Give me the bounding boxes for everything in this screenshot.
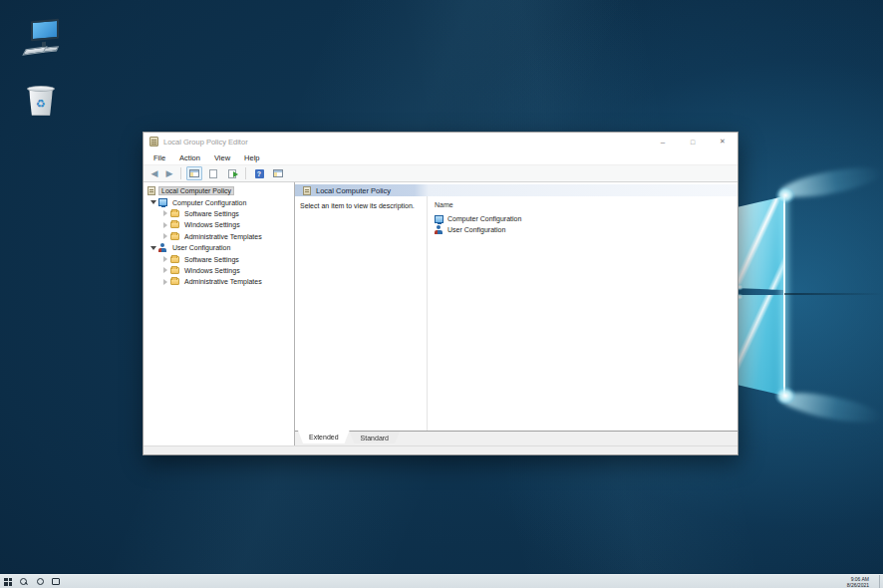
menu-help[interactable]: Help — [237, 153, 266, 162]
properties-icon — [209, 169, 217, 178]
taskbar-clock[interactable]: 9:06 AM 8/26/2021 — [847, 576, 869, 588]
tree-item-user-configuration[interactable]: User Configuration — [144, 242, 294, 253]
list-item-label: Computer Configuration — [447, 215, 521, 222]
tab-standard[interactable]: Standard — [350, 432, 400, 443]
tree-item-label: Windows Settings — [182, 267, 242, 274]
tree-item-local-computer-policy[interactable]: Local Computer Policy — [144, 185, 294, 196]
description-pane: Select an item to view its description. — [295, 196, 427, 431]
chevron-collapsed-icon[interactable] — [160, 222, 170, 228]
glow-corner-top — [771, 183, 799, 207]
chevron-collapsed-icon[interactable] — [160, 279, 170, 285]
taskbar: 9:06 AM 8/26/2021 — [0, 574, 883, 588]
show-console-tree-button[interactable] — [186, 166, 202, 180]
tree-item-admin-templates-user[interactable]: Administrative Templates — [144, 276, 294, 287]
tree-item-software-settings-user[interactable]: Software Settings — [144, 253, 294, 264]
this-pc-screen — [31, 19, 59, 41]
chevron-collapsed-icon[interactable] — [160, 267, 170, 273]
results-header-band: Local Computer Policy — [295, 184, 737, 196]
gpedit-app-icon — [149, 137, 158, 147]
policy-icon — [303, 186, 311, 195]
window-title: Local Group Policy Editor — [163, 138, 248, 147]
forward-icon[interactable] — [163, 168, 175, 178]
folder-icon — [170, 278, 179, 285]
tree-item-label: Computer Configuration — [170, 199, 248, 206]
chevron-collapsed-icon[interactable] — [160, 233, 170, 239]
start-button[interactable] — [0, 575, 16, 588]
results-pane-wrapper: Local Computer Policy Select an item to … — [295, 182, 737, 445]
properties-button[interactable] — [205, 166, 221, 180]
cortana-button[interactable] — [32, 575, 48, 588]
windows-logo-glow — [733, 189, 790, 403]
menu-action[interactable]: Action — [172, 153, 207, 162]
search-icon — [20, 578, 28, 586]
list-item-user-configuration[interactable]: User Configuration — [435, 224, 737, 235]
maximize-icon[interactable] — [678, 133, 708, 150]
console-tree-pane: Local Computer Policy Computer Configura… — [144, 182, 295, 445]
console-window-button[interactable] — [270, 166, 286, 180]
tab-extended[interactable]: Extended — [298, 431, 350, 443]
recycle-bin-icon[interactable] — [26, 84, 58, 118]
chevron-collapsed-icon[interactable] — [160, 210, 170, 216]
list-item-label: User Configuration — [447, 226, 505, 233]
status-bar — [144, 445, 737, 454]
folder-icon — [170, 210, 179, 217]
menu-bar: File Action View Help — [144, 150, 737, 164]
window-body: Local Computer Policy Computer Configura… — [144, 182, 737, 445]
logo-gap-shadow-line — [784, 293, 883, 295]
chevron-collapsed-icon[interactable] — [160, 256, 170, 262]
recycle-bin-body — [29, 89, 53, 116]
tree-item-label: Software Settings — [182, 210, 241, 217]
folder-icon — [170, 267, 179, 274]
chevron-expanded-icon[interactable] — [148, 200, 158, 204]
search-button[interactable] — [16, 575, 32, 588]
computer-icon — [158, 198, 167, 206]
tree-item-software-settings-computer[interactable]: Software Settings — [144, 208, 294, 219]
tree-item-label: Windows Settings — [182, 221, 242, 228]
windows-logo-edge-glow — [783, 196, 785, 396]
task-view-icon — [52, 578, 60, 585]
clock-time: 9:06 AM — [847, 576, 869, 582]
light-beam-bottom — [778, 387, 883, 428]
results-header-title: Local Computer Policy — [316, 186, 391, 195]
gpedit-window: Local Group Policy Editor File Action Vi… — [143, 132, 738, 455]
tree-item-label: User Configuration — [170, 244, 232, 251]
export-list-button[interactable] — [224, 166, 240, 180]
show-desktop-button[interactable] — [879, 575, 883, 588]
back-icon[interactable] — [148, 168, 160, 178]
console-tree-icon — [189, 169, 199, 177]
tree-item-label: Administrative Templates — [182, 278, 264, 285]
items-list-pane: Name Computer Configuration User Configu… — [427, 196, 737, 431]
clock-date: 8/26/2021 — [847, 582, 869, 588]
results-content: Select an item to view its description. … — [295, 196, 737, 431]
title-bar[interactable]: Local Group Policy Editor — [144, 133, 737, 150]
tree-item-windows-settings-user[interactable]: Windows Settings — [144, 265, 294, 276]
tree-item-label: Software Settings — [182, 256, 241, 263]
menu-view[interactable]: View — [207, 153, 237, 162]
help-button[interactable] — [251, 166, 267, 180]
chevron-expanded-icon[interactable] — [148, 246, 158, 250]
name-column-header[interactable]: Name — [435, 201, 737, 208]
policy-icon — [147, 186, 155, 195]
windows-logo-bottom-pane — [733, 189, 790, 403]
tree-item-windows-settings-computer[interactable]: Windows Settings — [144, 219, 294, 230]
tree-item-admin-templates-computer[interactable]: Administrative Templates — [144, 231, 294, 242]
glow-corner-bottom — [770, 383, 800, 409]
recycle-bin-rim — [27, 86, 55, 92]
task-view-button[interactable] — [48, 575, 64, 588]
tree-item-computer-configuration[interactable]: Computer Configuration — [144, 196, 294, 207]
window-controls — [648, 133, 737, 150]
this-pc-stand — [42, 42, 46, 47]
minimize-icon[interactable] — [648, 133, 678, 150]
windows-logo-top-pane — [733, 189, 790, 403]
windows-desktop: { "desktop": { "icons": [ { "name": "thi… — [0, 0, 883, 588]
cortana-icon — [37, 578, 44, 585]
export-list-icon — [228, 169, 236, 178]
console-window-icon — [273, 169, 283, 177]
folder-icon — [170, 256, 179, 263]
toolbar — [144, 164, 737, 182]
this-pc-icon[interactable] — [22, 18, 62, 58]
menu-file[interactable]: File — [147, 153, 172, 162]
user-icon — [435, 225, 443, 234]
list-item-computer-configuration[interactable]: Computer Configuration — [435, 213, 737, 224]
close-icon[interactable] — [708, 133, 737, 150]
